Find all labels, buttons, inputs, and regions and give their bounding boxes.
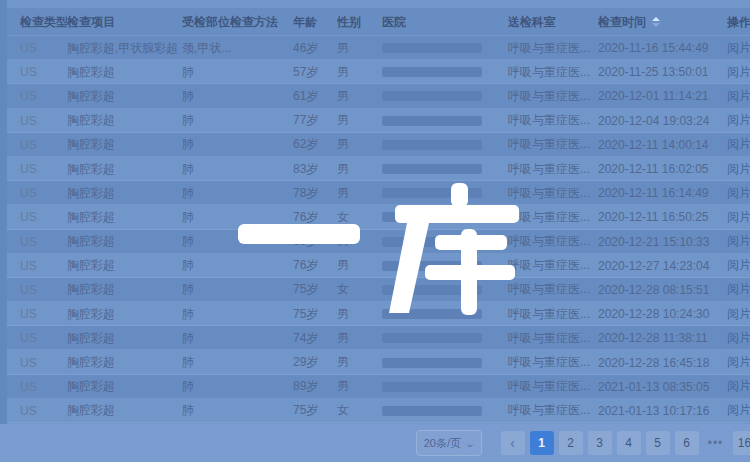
cell-hospital — [382, 406, 508, 416]
table-row[interactable]: US胸腔彩超肺78岁男呼吸与重症医...2020-12-11 16:14:49阅… — [7, 181, 750, 205]
sort-asc-icon — [652, 17, 660, 21]
header-cell-exam_time[interactable]: 检查时间 — [598, 14, 727, 31]
header-cell-exam_item: 检查项目 — [67, 14, 182, 31]
cell-hospital — [382, 188, 508, 198]
page-button-2[interactable]: 2 — [559, 431, 583, 455]
cell-age: 61岁 — [293, 88, 337, 105]
censored-hospital-name — [382, 382, 482, 392]
table-row[interactable]: US胸腔彩超肺75岁男呼吸与重症医...2020-12-28 10:24:30阅… — [7, 302, 750, 326]
header-cell-exam_type: 检查类型 — [20, 14, 67, 31]
view-film-link[interactable]: 阅片 — [727, 210, 750, 224]
cell-exam_type: US — [20, 235, 67, 249]
table-row[interactable]: US胸腔彩超肺89岁男呼吸与重症医...2021-01-13 08:35:05阅… — [7, 375, 750, 399]
cell-exam_type: US — [20, 138, 67, 152]
table-row[interactable]: US胸腔彩超肺75岁女呼吸与重症医...2021-01-13 10:17:16阅… — [7, 399, 750, 423]
page-button-4[interactable]: 4 — [617, 431, 641, 455]
cell-gender: 女 — [337, 281, 382, 298]
cell-exam_type: US — [20, 89, 67, 103]
cell-exam_time: 2021-01-13 08:35:05 — [598, 380, 727, 394]
cell-action: 阅片 — [727, 64, 750, 81]
view-film-link[interactable]: 阅片 — [727, 403, 750, 417]
view-film-link[interactable]: 阅片 — [727, 331, 750, 345]
cell-action: 阅片 — [727, 378, 750, 395]
table-row[interactable]: US胸腔彩超肺76岁男呼吸与重症医...2020-12-27 14:23:04阅… — [7, 254, 750, 278]
cell-exam_type: US — [20, 41, 67, 55]
cell-age: 66岁 — [293, 233, 337, 250]
cell-age: 75岁 — [293, 306, 337, 323]
cell-age: 75岁 — [293, 402, 337, 419]
table-row[interactable]: US胸腔彩超肺74岁男呼吸与重症医...2020-12-28 11:38:11阅… — [7, 326, 750, 350]
header-label: 送检科室 — [508, 14, 556, 31]
cell-gender: 女 — [337, 402, 382, 419]
page-button-16[interactable]: 16 — [733, 431, 750, 455]
table-row[interactable]: US胸腔彩超肺83岁男呼吸与重症医...2020-12-11 16:02:05阅… — [7, 157, 750, 181]
cell-action: 阅片 — [727, 330, 750, 347]
more-pages-icon[interactable]: ••• — [704, 436, 728, 450]
cell-body_part: 肺 — [182, 88, 230, 105]
table-row[interactable]: US胸腔彩超肺57岁男呼吸与重症医...2020-11-25 13:50:01阅… — [7, 60, 750, 84]
page-size-label: 20条/页 — [424, 436, 461, 451]
view-film-link[interactable]: 阅片 — [727, 89, 750, 103]
cell-age: 29岁 — [293, 354, 337, 371]
cell-hospital — [382, 333, 508, 343]
cell-gender: 男 — [337, 161, 382, 178]
view-film-link[interactable]: 阅片 — [727, 162, 750, 176]
cell-exam_item: 胸腔彩超 — [67, 281, 182, 298]
header-label: 年龄 — [293, 14, 317, 31]
view-film-link[interactable]: 阅片 — [727, 355, 750, 369]
table-row[interactable]: US胸腔彩超,甲状腺彩超颈,甲状...46岁男呼吸与重症医...2020-11-… — [7, 36, 750, 60]
page-button-3[interactable]: 3 — [588, 431, 612, 455]
view-film-link[interactable]: 阅片 — [727, 307, 750, 321]
view-film-link[interactable]: 阅片 — [727, 137, 750, 151]
header-label: 检查类型 — [20, 14, 67, 31]
cell-action: 阅片 — [727, 209, 750, 226]
cell-body_part: 肺 — [182, 112, 230, 129]
header-label: 受检部位 — [182, 14, 230, 31]
cell-exam_item: 胸腔彩超 — [67, 257, 182, 274]
page-button-5[interactable]: 5 — [646, 431, 670, 455]
table-row[interactable]: US胸腔彩超肺77岁男呼吸与重症医...2020-12-04 19:03:24阅… — [7, 109, 750, 133]
prev-page-button[interactable]: ‹ — [501, 431, 525, 455]
view-film-link[interactable]: 阅片 — [727, 41, 750, 55]
header-label: 医院 — [382, 14, 406, 31]
view-film-link[interactable]: 阅片 — [727, 65, 750, 79]
view-film-link[interactable]: 阅片 — [727, 258, 750, 272]
cell-body_part: 肺 — [182, 281, 230, 298]
table-row[interactable]: US胸腔彩超肺75岁女呼吸与重症医...2020-12-28 08:15:51阅… — [7, 278, 750, 302]
page-size-select[interactable]: 20条/页 ⌄ — [416, 430, 482, 456]
page-button-1[interactable]: 1 — [530, 431, 554, 455]
cell-exam_type: US — [20, 210, 67, 224]
header-label: 检查方法 — [230, 14, 278, 31]
page-button-6[interactable]: 6 — [675, 431, 699, 455]
cell-hospital — [382, 116, 508, 126]
cell-body_part: 肺 — [182, 402, 230, 419]
table-row[interactable]: US胸腔彩超肺61岁男呼吸与重症医...2020-12-01 11:14:21阅… — [7, 84, 750, 108]
cell-hospital — [382, 261, 508, 271]
cell-exam_item: 胸腔彩超 — [67, 354, 182, 371]
cell-exam_type: US — [20, 380, 67, 394]
table-row[interactable]: US胸腔彩超肺76岁女呼吸与重症医...2020-12-11 16:50:25阅… — [7, 205, 750, 229]
table-row[interactable]: US胸腔彩超肺66岁男呼吸与重症医...2020-12-21 15:10:33阅… — [7, 230, 750, 254]
view-film-link[interactable]: 阅片 — [727, 186, 750, 200]
cell-age: 83岁 — [293, 161, 337, 178]
table-row[interactable]: US胸腔彩超肺29岁男呼吸与重症医...2020-12-28 16:45:18阅… — [7, 350, 750, 374]
view-film-link[interactable]: 阅片 — [727, 113, 750, 127]
header-cell-action: 操作 — [727, 14, 750, 31]
cell-exam_type: US — [20, 307, 67, 321]
cell-exam_type: US — [20, 331, 67, 345]
view-film-link[interactable]: 阅片 — [727, 234, 750, 248]
cell-action: 阅片 — [727, 306, 750, 323]
table-row[interactable]: US胸腔彩超肺62岁男呼吸与重症医...2020-12-11 14:00:14阅… — [7, 133, 750, 157]
cell-exam_time: 2020-12-01 11:14:21 — [598, 89, 727, 103]
table-body: US胸腔彩超,甲状腺彩超颈,甲状...46岁男呼吸与重症医...2020-11-… — [7, 36, 750, 423]
sort-icon[interactable] — [652, 17, 660, 27]
cell-age: 76岁 — [293, 209, 337, 226]
cell-body_part: 肺 — [182, 64, 230, 81]
cell-exam_type: US — [20, 283, 67, 297]
view-film-link[interactable]: 阅片 — [727, 379, 750, 393]
header-cell-age: 年龄 — [293, 14, 337, 31]
cell-exam_time: 2020-12-28 16:45:18 — [598, 356, 727, 370]
view-film-link[interactable]: 阅片 — [727, 282, 750, 296]
cell-exam_type: US — [20, 114, 67, 128]
censored-hospital-name — [382, 91, 482, 101]
